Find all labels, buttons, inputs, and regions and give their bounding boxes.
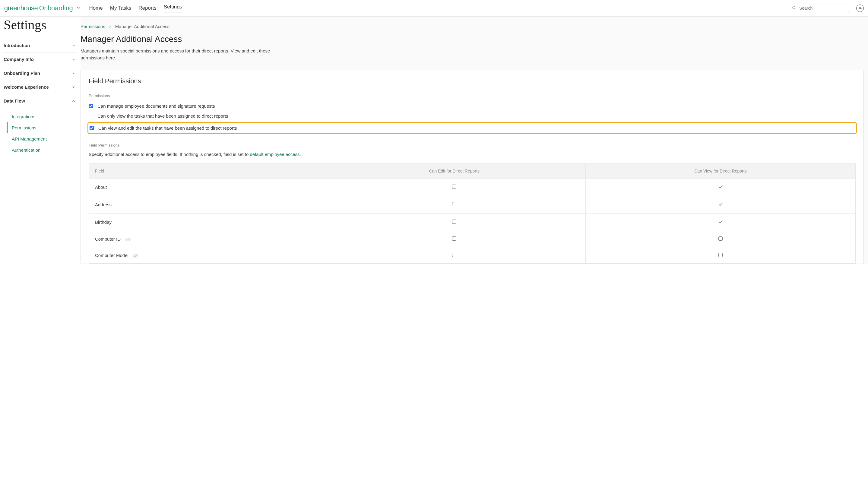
default-access-link[interactable]: default employee access. — [250, 152, 301, 157]
chevron-down-icon[interactable] — [76, 6, 80, 11]
field-cell: Computer ID — [89, 231, 323, 247]
view-cell — [585, 231, 855, 247]
content-area: Permissions > Manager Additional Access … — [80, 17, 868, 264]
nav-links: Home My Tasks Reports Settings — [89, 4, 182, 12]
check-icon — [718, 219, 723, 224]
eye-off-icon — [133, 254, 139, 258]
permission-checkbox[interactable] — [90, 126, 94, 130]
edit-cell — [323, 231, 585, 247]
sidebar-item-integrations[interactable]: Integrations — [7, 111, 77, 122]
chevron-down-icon — [72, 85, 76, 89]
page-title: Settings — [4, 17, 80, 35]
view-cell — [585, 247, 855, 264]
permission-row-highlighted: Can view and edit the tasks that have be… — [88, 122, 857, 134]
permission-row: Can only view the tasks that have been a… — [81, 111, 864, 121]
logo[interactable]: greenhouse Onboarding — [4, 4, 80, 12]
sidebar-section-label: Onboarding Plan — [4, 71, 40, 76]
permissions-subhead: Permissions — [81, 89, 864, 101]
search-input[interactable] — [799, 6, 846, 11]
permission-checkbox[interactable] — [89, 114, 93, 118]
panel-title: Field Permissions — [81, 77, 864, 89]
sidebar-section-onboarding-plan[interactable]: Onboarding Plan — [4, 66, 77, 80]
nav-my-tasks[interactable]: My Tasks — [110, 5, 132, 11]
sidebar-section-label: Data Flow — [4, 98, 25, 103]
field-permissions-panel: Field Permissions Permissions Can manage… — [80, 70, 864, 264]
permission-row: Can manage employee documents and signat… — [81, 101, 864, 111]
field-permissions-table: Field Can Edit for Direct Reports Can Vi… — [89, 164, 856, 264]
sidebar-subitems: Integrations Permissions API Management … — [4, 108, 77, 159]
nav-reports[interactable]: Reports — [138, 5, 156, 11]
permission-checkbox[interactable] — [89, 104, 93, 108]
avatar[interactable]: GH — [856, 4, 864, 12]
table-row: Address — [89, 196, 856, 213]
breadcrumb-parent[interactable]: Permissions — [80, 24, 105, 29]
view-cell — [585, 196, 855, 213]
sidebar-section-company-info[interactable]: Company Info — [4, 53, 77, 66]
breadcrumb: Permissions > Manager Additional Access — [80, 24, 864, 29]
field-permissions-description: Specify additional access to employee fi… — [81, 151, 864, 158]
breadcrumb-current: Manager Additional Access — [115, 24, 170, 29]
sidebar-item-api-management[interactable]: API Management — [7, 133, 77, 145]
permission-label: Can view and edit the tasks that have be… — [98, 126, 237, 131]
sidebar-section-welcome-experience[interactable]: Welcome Experience — [4, 80, 77, 94]
edit-checkbox[interactable] — [452, 202, 456, 206]
sidebar-section-data-flow[interactable]: Data Flow — [4, 94, 77, 108]
chevron-down-icon — [72, 43, 76, 48]
edit-checkbox[interactable] — [452, 236, 456, 241]
table-row: About — [89, 178, 856, 196]
view-checkbox[interactable] — [718, 236, 722, 241]
logo-secondary: Onboarding — [39, 4, 73, 12]
table-row: Birthday — [89, 213, 856, 231]
view-cell — [585, 213, 855, 231]
breadcrumb-separator: > — [109, 24, 112, 29]
logo-primary: greenhouse — [4, 4, 38, 12]
permission-label: Can manage employee documents and signat… — [97, 103, 215, 109]
content-title: Manager Additional Access — [80, 34, 864, 44]
eye-off-icon — [125, 238, 131, 242]
check-icon — [718, 184, 723, 189]
field-cell: Computer Model — [89, 247, 323, 264]
field-cell: Address — [89, 196, 323, 213]
edit-cell — [323, 247, 585, 264]
sidebar-item-authentication[interactable]: Authentication — [7, 145, 77, 156]
field-permissions-subhead: Field Permissions — [81, 137, 864, 151]
chevron-down-icon — [72, 71, 76, 75]
view-checkbox[interactable] — [718, 253, 722, 257]
sidebar-section-introduction[interactable]: Introduction — [4, 39, 77, 53]
search-box[interactable] — [789, 4, 849, 13]
top-bar: greenhouse Onboarding Home My Tasks Repo… — [0, 0, 868, 17]
edit-cell — [323, 213, 585, 231]
table-header-view: Can View for Direct Reports — [585, 164, 855, 178]
table-row: Computer ID — [89, 231, 856, 247]
chevron-up-icon — [72, 99, 76, 103]
view-cell — [585, 178, 855, 196]
edit-cell — [323, 196, 585, 213]
field-cell: Birthday — [89, 213, 323, 231]
edit-cell — [323, 178, 585, 196]
sidebar-section-label: Company Info — [4, 57, 34, 62]
table-header-edit: Can Edit for Direct Reports — [323, 164, 585, 178]
edit-checkbox[interactable] — [452, 220, 456, 224]
sidebar-section-label: Welcome Experience — [4, 84, 49, 90]
sidebar-item-permissions[interactable]: Permissions — [7, 122, 77, 133]
edit-checkbox[interactable] — [452, 253, 456, 257]
table-header-field: Field — [89, 164, 323, 178]
search-icon — [792, 6, 799, 11]
avatar-initials: GH — [857, 6, 863, 10]
nav-settings[interactable]: Settings — [164, 4, 182, 12]
sidebar-section-label: Introduction — [4, 43, 30, 48]
table-row: Computer Model — [89, 247, 856, 264]
nav-home[interactable]: Home — [89, 5, 102, 11]
chevron-down-icon — [72, 57, 76, 61]
edit-checkbox[interactable] — [452, 185, 456, 189]
check-icon — [718, 202, 723, 207]
content-description: Managers maintain special permissions an… — [80, 48, 286, 61]
sidebar: Introduction Company Info Onboarding Pla… — [4, 35, 80, 159]
field-cell: About — [89, 178, 323, 196]
permission-label: Can only view the tasks that have been a… — [97, 113, 228, 118]
